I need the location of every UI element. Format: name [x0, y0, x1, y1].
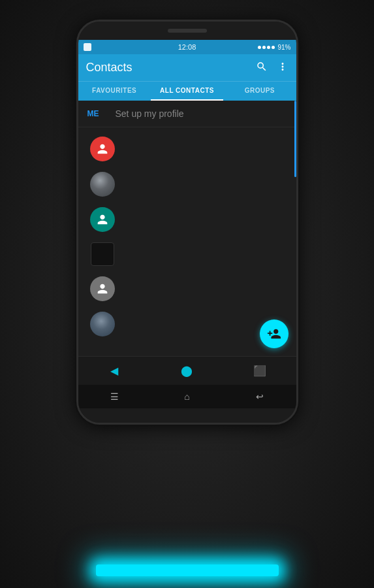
phone-bottom: [78, 408, 296, 423]
phone-frame: 12:08 91% Contacts: [76, 20, 298, 425]
glow-bar: [96, 564, 279, 576]
phone-top: [78, 22, 296, 40]
list-item[interactable]: [78, 131, 296, 167]
search-icon[interactable]: [256, 61, 268, 74]
status-left: [84, 43, 91, 51]
add-contact-fab[interactable]: [260, 319, 288, 348]
nav-recents-button[interactable]: ⬛: [250, 361, 270, 381]
status-right: 91%: [258, 44, 290, 51]
sys-home-button[interactable]: ⌂: [179, 389, 195, 404]
header-icons: [256, 61, 288, 74]
status-time: 12:08: [178, 43, 196, 51]
contact-list: [78, 127, 296, 346]
battery-text: 91%: [277, 44, 290, 51]
list-item[interactable]: [78, 167, 296, 202]
tab-groups[interactable]: GROUPS: [223, 82, 296, 101]
avatar: [90, 137, 115, 161]
more-options-icon[interactable]: [277, 61, 288, 74]
dot1: [258, 46, 261, 49]
me-label: ME: [87, 109, 110, 118]
nav-recents-icon: ⬛: [253, 365, 266, 377]
avatar: [90, 172, 115, 197]
speaker: [168, 29, 207, 33]
nav-back-icon: ◀: [110, 365, 118, 377]
tab-all-contacts[interactable]: ALL CONTACTS: [151, 82, 223, 101]
list-item[interactable]: [78, 202, 296, 237]
tabs-bar: FAVOURITES ALL CONTACTS GROUPS: [78, 81, 296, 101]
system-nav: ☰ ⌂ ↩: [78, 385, 296, 408]
avatar: [90, 207, 115, 232]
status-bar: 12:08 91%: [78, 40, 296, 54]
bottom-nav: ◀ ⬤ ⬛: [78, 356, 296, 385]
list-item[interactable]: [78, 271, 296, 306]
app-icon: [84, 43, 91, 51]
nav-home-icon: ⬤: [181, 365, 193, 377]
sys-menu-icon: ☰: [110, 391, 119, 402]
app-title: Contacts: [86, 61, 132, 74]
me-profile-text: Set up my profile: [116, 108, 184, 119]
sys-back-icon: ↩: [256, 391, 264, 402]
dot2: [262, 46, 266, 49]
sys-menu-button[interactable]: ☰: [106, 389, 122, 404]
scroll-indicator: [294, 101, 296, 177]
avatar: [91, 242, 114, 266]
outer-background: 12:08 91% Contacts: [0, 0, 374, 588]
list-item[interactable]: [78, 237, 296, 271]
signal-dots: [258, 46, 275, 49]
screen: 12:08 91% Contacts: [78, 40, 296, 408]
nav-home-button[interactable]: ⬤: [177, 361, 196, 381]
nav-back-button[interactable]: ◀: [104, 361, 124, 381]
contacts-content: ME Set up my profile: [78, 101, 296, 356]
dot4: [272, 46, 275, 49]
app-header: Contacts: [78, 54, 296, 81]
me-section[interactable]: ME Set up my profile: [78, 101, 296, 127]
sys-home-icon: ⌂: [184, 391, 189, 402]
sys-back-button[interactable]: ↩: [252, 389, 268, 404]
avatar: [90, 276, 115, 301]
avatar: [90, 312, 115, 336]
tab-favourites[interactable]: FAVOURITES: [78, 82, 151, 101]
dot3: [267, 46, 270, 49]
